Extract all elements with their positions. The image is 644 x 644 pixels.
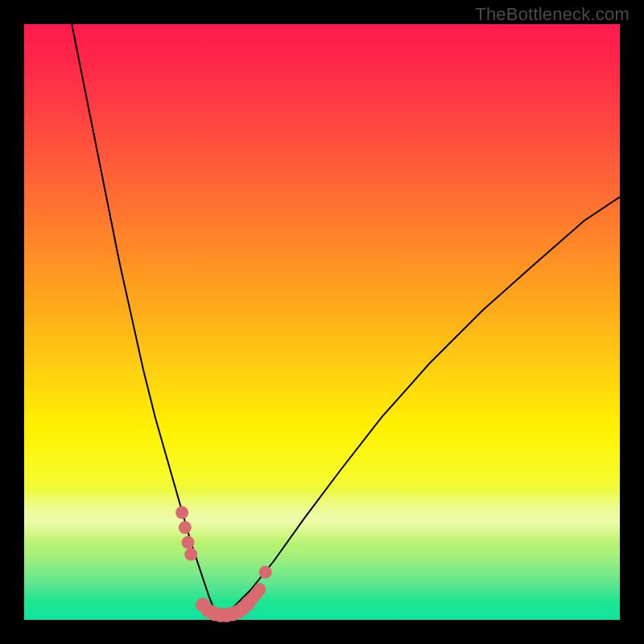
marker-dot — [259, 566, 272, 579]
watermark-text: TheBottleneck.com — [475, 4, 630, 25]
marker-dot — [182, 536, 195, 549]
chart-svg — [24, 24, 620, 620]
marker-dot — [184, 548, 197, 561]
marker-dot — [175, 506, 188, 519]
chart-frame: TheBottleneck.com — [0, 0, 644, 644]
marker-group — [175, 506, 272, 622]
plot-area — [24, 24, 620, 620]
marker-dot — [253, 583, 266, 596]
curve-left-branch — [72, 24, 221, 617]
curve-right-branch — [221, 197, 620, 617]
marker-dot — [179, 521, 192, 534]
